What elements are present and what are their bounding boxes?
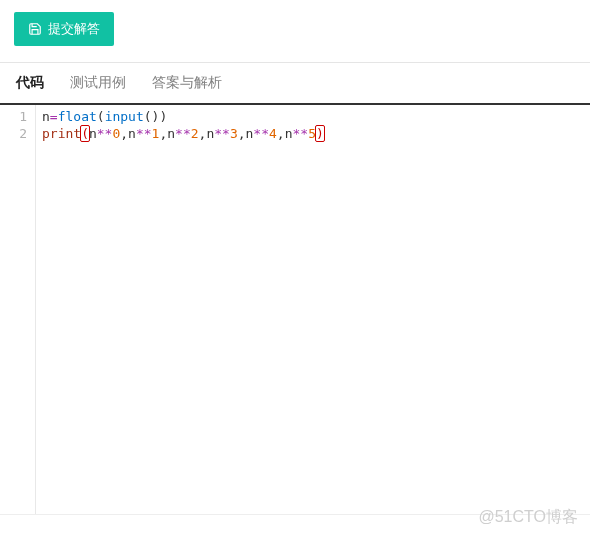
code-token: ( [81,126,89,141]
code-token: ** [253,126,269,141]
submit-button-label: 提交解答 [48,20,100,38]
code-token: 5 [308,126,316,141]
code-token: ** [97,126,113,141]
code-token: ** [175,126,191,141]
code-token: input [105,109,144,124]
toolbar: 提交解答 [0,0,590,63]
line-number: 2 [0,125,35,142]
code-token: ** [293,126,309,141]
watermark: @51CTO博客 [478,507,578,528]
line-number-gutter: 12 [0,105,36,514]
save-icon [28,22,42,36]
code-token: ** [214,126,230,141]
tab-answer[interactable]: 答案与解析 [150,64,224,102]
code-line[interactable]: n=float(input()) [42,108,584,125]
code-token: 4 [269,126,277,141]
tab-bar: 代码 测试用例 答案与解析 [0,63,590,105]
code-token: print [42,126,81,141]
code-content[interactable]: n=float(input())print(n**0,n**1,n**2,n**… [36,105,590,514]
code-token: ,n [238,126,254,141]
code-token: float [58,109,97,124]
code-editor[interactable]: 12 n=float(input())print(n**0,n**1,n**2,… [0,105,590,515]
code-token: ,n [199,126,215,141]
code-token: ** [136,126,152,141]
code-token: 2 [191,126,199,141]
code-line[interactable]: print(n**0,n**1,n**2,n**3,n**4,n**5) [42,125,584,142]
submit-button[interactable]: 提交解答 [14,12,114,46]
code-token: 3 [230,126,238,141]
code-token: ) [316,126,324,141]
code-token: n [89,126,97,141]
code-token: n [42,109,50,124]
code-token: ,n [159,126,175,141]
code-token: ,n [277,126,293,141]
code-token: ()) [144,109,167,124]
code-token: ,n [120,126,136,141]
line-number: 1 [0,108,35,125]
code-token: = [50,109,58,124]
tab-testcases[interactable]: 测试用例 [68,64,128,102]
tab-code[interactable]: 代码 [14,64,46,102]
code-token: ( [97,109,105,124]
